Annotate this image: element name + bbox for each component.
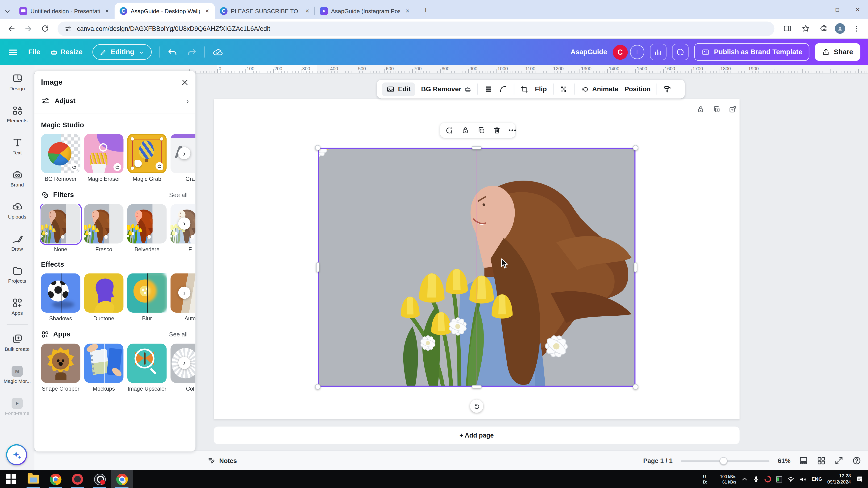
zoom-slider[interactable] (681, 457, 770, 464)
tray-expand-icon[interactable] (741, 476, 748, 482)
add-comment-icon[interactable] (445, 126, 453, 134)
scroll-next-button[interactable]: › (178, 217, 191, 229)
tab-close-icon[interactable]: ✕ (404, 7, 411, 14)
sidebar-item-magic-morph[interactable]: M Magic Mor... (0, 359, 34, 390)
clock-widget[interactable]: 12:28 09/12/2024 (827, 474, 851, 485)
tab-close-icon[interactable]: ✕ (103, 7, 111, 14)
bg-remover-card[interactable]: BG Remover (41, 134, 81, 183)
duplicate-page-icon[interactable] (713, 105, 721, 113)
magic-eraser-card[interactable]: Magic Eraser (84, 134, 124, 183)
start-button[interactable] (0, 470, 22, 488)
scroll-next-button[interactable]: › (178, 357, 191, 369)
app-shape-cropper[interactable]: Shape Cropper (41, 343, 81, 392)
filter-fresco[interactable]: Fresco (84, 204, 124, 253)
lock-icon[interactable] (696, 105, 705, 113)
redo-button[interactable] (187, 47, 196, 57)
position-button[interactable]: Position (624, 85, 651, 93)
edit-image-button[interactable]: Edit (382, 82, 415, 96)
close-panel-button[interactable] (181, 78, 189, 86)
minimize-button[interactable]: — (806, 0, 827, 19)
app-mockups[interactable]: Mockups (84, 343, 124, 392)
reload-button[interactable] (38, 21, 52, 36)
sidebar-item-elements[interactable]: Elements (0, 99, 34, 129)
insights-button[interactable] (650, 44, 666, 60)
sidebar-item-uploads[interactable]: Uploads (0, 195, 34, 226)
browser-tab-subscribe[interactable]: C PLEASE SUBSCRIBE TO THIS CH ✕ (215, 3, 315, 19)
grid-view-icon[interactable] (816, 456, 826, 465)
obs-button[interactable] (89, 470, 111, 488)
add-member-button[interactable]: + (630, 45, 644, 59)
notification-center-icon[interactable] (856, 475, 864, 483)
spacing-button[interactable] (484, 85, 493, 94)
apps-see-all-link[interactable]: See all (169, 331, 188, 337)
bg-remover-button[interactable]: BG Remover (421, 85, 471, 93)
avatar[interactable]: C (613, 44, 627, 59)
resize-handle-top-left[interactable] (315, 145, 320, 151)
share-button[interactable]: Share (815, 43, 860, 61)
editing-mode-dropdown[interactable]: Editing (92, 44, 151, 60)
add-page-button[interactable]: + Add page (214, 426, 740, 444)
selected-image[interactable] (318, 148, 635, 386)
sidebar-item-draw[interactable]: Draw (0, 227, 34, 258)
chrome-profile1-button[interactable] (44, 470, 66, 488)
browser-tab-presentation[interactable]: Untitled design - Presentation ✕ (14, 3, 115, 19)
tab-close-icon[interactable]: ✕ (203, 7, 211, 14)
resize-handle-bottom-right[interactable] (633, 384, 638, 389)
sidebar-item-projects[interactable]: Projects (0, 259, 34, 290)
magic-grab-card[interactable]: Magic Grab (127, 134, 167, 183)
corner-rounding-button[interactable] (499, 85, 508, 94)
effect-shadows[interactable]: Shadows (41, 273, 81, 322)
resize-handle-top[interactable] (472, 146, 482, 150)
effect-blur[interactable]: Blur (127, 273, 167, 322)
lock-icon[interactable] (461, 126, 469, 134)
tab-close-icon[interactable]: ✕ (304, 7, 311, 14)
help-icon[interactable] (852, 456, 861, 465)
side-panel-button[interactable] (780, 21, 795, 36)
scroll-next-button[interactable]: › (178, 147, 191, 159)
copy-style-button[interactable] (663, 85, 672, 93)
sidebar-item-design[interactable]: Design (0, 66, 34, 97)
forward-button[interactable] (21, 21, 35, 36)
sidebar-item-bulk-create[interactable]: Bulk create (0, 327, 34, 358)
tab-search-button[interactable] (0, 3, 14, 19)
microphone-icon[interactable] (753, 476, 760, 482)
browser-tab-instagram-post[interactable]: AsapGuide (Instagram Post) - Y ✕ (315, 3, 415, 19)
file-menu[interactable]: File (28, 48, 40, 56)
animate-button[interactable]: Animate (581, 85, 618, 93)
undo-button[interactable] (167, 47, 177, 57)
pages-view-icon[interactable] (799, 456, 808, 465)
wifi-icon[interactable] (787, 476, 795, 483)
duplicate-icon[interactable] (477, 126, 485, 134)
scroll-next-button[interactable]: › (178, 287, 191, 299)
sidebar-item-brand[interactable]: Brand (0, 163, 34, 194)
main-menu-button[interactable] (8, 47, 19, 57)
url-bar[interactable]: canva.com/design/DAGXFBBoiYg/0U8xD9Q6AHZ… (58, 21, 774, 36)
effect-duotone[interactable]: Duotone (84, 273, 124, 322)
app-image-upscaler[interactable]: Image Upscaler (127, 343, 167, 392)
maximize-button[interactable]: □ (827, 0, 847, 19)
fullscreen-icon[interactable] (834, 456, 844, 465)
delete-icon[interactable] (493, 126, 501, 134)
language-indicator[interactable]: ENG (811, 477, 822, 482)
new-tab-button[interactable]: + (418, 3, 433, 17)
filter-none[interactable]: None (41, 204, 81, 253)
bookmark-button[interactable] (798, 21, 813, 36)
resize-handle-bottom-left[interactable] (315, 384, 320, 389)
filter-belvedere[interactable]: Belvedere (127, 204, 167, 253)
resize-handle-left[interactable] (316, 262, 319, 272)
resize-handle-right[interactable] (634, 262, 637, 272)
sidebar-item-text[interactable]: Text (0, 131, 34, 161)
rotate-handle[interactable] (470, 399, 483, 413)
browser-tab-active-wallpaper[interactable]: C AsapGuide - Desktop Wallpape ✕ (115, 3, 215, 19)
sidebar-item-apps[interactable]: Apps (0, 291, 34, 322)
canva-assistant-button[interactable] (6, 445, 27, 465)
crop-button[interactable] (521, 85, 529, 93)
filters-see-all-link[interactable]: See all (169, 191, 188, 198)
browser-profile-avatar[interactable] (835, 23, 845, 34)
opera-button[interactable] (66, 470, 89, 488)
chrome-active-button[interactable] (111, 470, 133, 488)
flip-button[interactable]: Flip (535, 85, 547, 93)
opera-tray-icon[interactable] (763, 475, 772, 484)
resize-handle-bottom[interactable] (472, 385, 482, 388)
adjust-row[interactable]: Adjust › (40, 90, 195, 112)
